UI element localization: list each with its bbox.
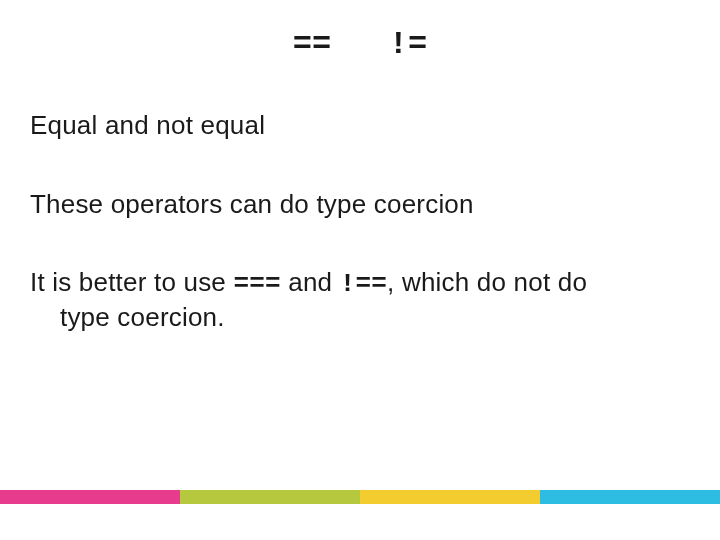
text-fragment-continuation: type coercion. [30,301,690,334]
text-fragment: and [281,267,340,297]
text-fragment: It is better to use [30,267,233,297]
operator-strict-equal: === [233,269,280,299]
slide-body: == != Equal and not equal These operator… [0,0,720,540]
footer-color-4 [540,490,720,504]
footer-stripe [0,490,720,504]
operator-strict-notequal: !== [340,269,387,299]
text-fragment: , which do not do [387,267,587,297]
text-line-1: Equal and not equal [30,109,690,142]
footer-color-1 [0,490,180,504]
slide-title: == != [30,26,690,63]
footer-color-2 [180,490,360,504]
text-line-3: It is better to use === and !==, which d… [30,266,690,333]
footer-color-3 [360,490,540,504]
text-line-2: These operators can do type coercion [30,188,690,221]
